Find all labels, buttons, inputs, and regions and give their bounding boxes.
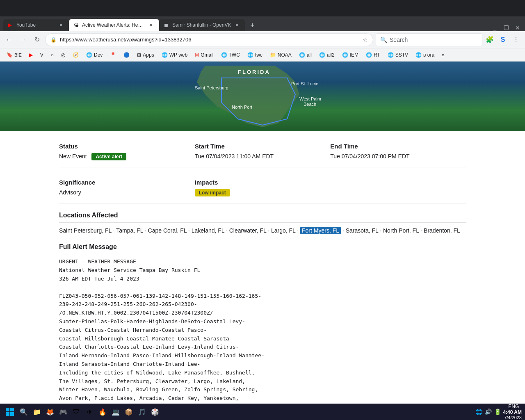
globe-icon-twc1: 🌐 — [221, 52, 227, 58]
gmail-icon: M — [195, 52, 199, 58]
new-tab-button[interactable]: + — [247, 20, 258, 31]
bookmark-icon-bitly: 🔖 — [7, 52, 13, 58]
map-area: FLORIDA Saint Petersburg Port St. Lucie … — [0, 62, 525, 131]
globe-icon-wp: 🌐 — [162, 52, 168, 58]
date-display: 7/4/2023 — [503, 415, 522, 420]
bookmarks-bar: 🔖 BIE ▶ V ○ ◎ 🧭 🌐 Dev 📍 🔵 ⊞ Apps 🌐 WP we… — [0, 48, 525, 62]
windows-logo — [6, 408, 14, 416]
active-alert-badge: Active alert — [91, 153, 126, 160]
taskbar-app4[interactable]: 🎵 — [136, 406, 148, 418]
bookmark-rt[interactable]: 🌐 RT — [363, 50, 383, 60]
menu-icon[interactable]: ⋮ — [510, 34, 522, 46]
low-impact-badge: Low impact — [195, 189, 230, 196]
status-value: New Event Active alert — [59, 153, 195, 160]
bookmark-more-btn[interactable]: » — [438, 50, 448, 60]
search-icon: 🔍 — [380, 37, 387, 43]
volume-icon[interactable]: 🔊 — [485, 409, 492, 415]
bookmark-v[interactable]: V — [37, 50, 47, 60]
city-port-st-lucie: Port St. Lucie — [291, 81, 318, 86]
city-st-pete: Saint Petersburg — [195, 85, 228, 90]
start-time-label: Start Time — [195, 143, 331, 150]
system-icons: 🌐 🔊 🔋 — [475, 409, 501, 415]
bookmark-icon-yt: ▶ — [29, 52, 33, 58]
end-time-label: End Time — [330, 143, 466, 150]
bookmark-star-icon[interactable]: ☆ — [363, 37, 368, 43]
tab-weather[interactable]: 🌤 Active Weather Alerts: Heat Ad... ✕ — [69, 19, 159, 31]
bookmark-twc1[interactable]: 🌐 TWC — [218, 50, 243, 60]
bookmark-wp[interactable]: 🌐 WP web — [158, 50, 191, 60]
tab-weather-close[interactable]: ✕ — [148, 22, 154, 28]
bookmark-sstv[interactable]: 🌐 SSTV — [384, 50, 411, 60]
maps-icon: 📍 — [110, 52, 116, 58]
profile-icon[interactable]: S — [497, 34, 509, 46]
maximize-button[interactable]: ❐ — [502, 25, 510, 31]
locations-header: Locations Affected — [59, 212, 466, 223]
taskbar-app2[interactable]: 💻 — [110, 406, 121, 418]
tab-youtube-title: YouTube — [16, 22, 55, 28]
back-button[interactable]: ← — [3, 34, 15, 46]
taskbar-search[interactable]: 🔍 — [18, 406, 30, 418]
svg-rect-2 — [10, 408, 14, 411]
city-beach: Beach — [304, 102, 316, 107]
florida-text: FLORIDA — [238, 69, 270, 75]
security-icon: 🔒 — [50, 37, 57, 43]
tab-openvk-title: Samir Sharifullin - OpenVK — [172, 22, 231, 28]
forward-button[interactable]: → — [17, 34, 29, 46]
end-time-cell: End Time Tue 07/04/2023 07:00 PM EDT — [330, 139, 466, 167]
city-west-palm: West Palm — [299, 96, 321, 101]
network-icon[interactable]: 🌐 — [475, 409, 482, 415]
taskbar-time-area: ENG 4:40 AM 7/4/2023 — [503, 404, 522, 420]
empty-cell — [330, 176, 466, 203]
bookmark-noaa[interactable]: 📁 NOAA — [267, 50, 295, 60]
globe-icon-voga: 🌐 — [415, 52, 422, 58]
start-button[interactable] — [3, 405, 16, 418]
taskbar-telegram[interactable]: ✈ — [84, 406, 95, 418]
url-bar[interactable]: 🔒 https://www.weatherusa.net/wxwarnings?… — [45, 33, 373, 46]
bookmark-more1[interactable]: 🔵 — [120, 50, 133, 60]
bookmark-iem[interactable]: 🌐 IEM — [339, 50, 362, 60]
bookmark-maps[interactable]: 📍 — [107, 50, 119, 60]
battery-icon[interactable]: 🔋 — [494, 409, 501, 415]
time-display: 4:40 AM — [503, 409, 522, 415]
taskbar-firefox[interactable]: 🦊 — [44, 406, 56, 418]
extensions-icon[interactable]: 🧩 — [484, 34, 495, 46]
tab-youtube[interactable]: ▶ YouTube ✕ — [3, 19, 69, 31]
bookmark-bitly[interactable]: 🔖 BIE — [3, 50, 25, 60]
taskbar-norton[interactable]: 🛡 — [71, 406, 82, 418]
minimize-button[interactable]: ⎯ — [491, 25, 499, 31]
bookmark-gmail[interactable]: M Gmail — [192, 50, 217, 60]
refresh-button[interactable]: ↻ — [31, 34, 43, 46]
tab-weather-title: Active Weather Alerts: Heat Ad... — [82, 22, 145, 28]
bookmark-yt[interactable]: ▶ — [26, 50, 36, 60]
taskbar: 🔍 📁 🦊 🎮 🛡 ✈ 🔥 💻 📦 🎵 🎲 🌐 🔊 🔋 ENG 4:40 AM … — [0, 404, 525, 420]
page-content: FLORIDA Saint Petersburg Port St. Lucie … — [0, 62, 525, 404]
tab-openvk[interactable]: ◼ Samir Sharifullin - OpenVK ✕ — [159, 19, 245, 31]
taskbar-steam[interactable]: 🎮 — [57, 406, 69, 418]
tab-openvk-close[interactable]: ✕ — [233, 22, 240, 28]
youtube-favicon: ▶ — [8, 22, 14, 28]
globe-icon-apps: ⊞ — [137, 52, 141, 58]
bookmark-apps[interactable]: ⊞ Apps — [134, 50, 157, 60]
bookmark-circle[interactable]: ○ — [48, 50, 57, 60]
taskbar-app1[interactable]: 🔥 — [97, 406, 108, 418]
significance-cell: Significance Advisory — [59, 176, 195, 203]
search-box[interactable]: 🔍 Search — [376, 33, 482, 46]
bookmark-circle2[interactable]: ◎ — [58, 50, 68, 60]
close-button[interactable]: ✕ — [514, 25, 522, 31]
bookmark-voga[interactable]: 🌐 в ога — [412, 50, 438, 60]
bookmark-dev[interactable]: 🌐 Dev — [83, 50, 106, 60]
end-time-value: Tue 07/04/2023 07:00 PM EDT — [330, 153, 466, 160]
tab-youtube-close[interactable]: ✕ — [57, 22, 64, 28]
taskbar-app3[interactable]: 📦 — [123, 406, 135, 418]
url-text: https://www.weatherusa.net/wxwarnings?id… — [60, 37, 359, 43]
bookmark-compass[interactable]: 🧭 — [69, 50, 82, 60]
folder-icon-noaa: 📁 — [270, 52, 276, 58]
svg-rect-4 — [10, 412, 14, 416]
bookmark-twc2[interactable]: 🌐 twc — [244, 50, 266, 60]
taskbar-app5[interactable]: 🎲 — [149, 406, 161, 418]
bookmark-all2[interactable]: 🌐 all2 — [316, 50, 338, 60]
taskbar-files[interactable]: 📁 — [31, 406, 43, 418]
map-svg: FLORIDA Saint Petersburg Port St. Lucie … — [0, 62, 525, 131]
globe-icon-twc2: 🌐 — [247, 52, 253, 58]
bookmark-all1[interactable]: 🌐 all — [296, 50, 315, 60]
